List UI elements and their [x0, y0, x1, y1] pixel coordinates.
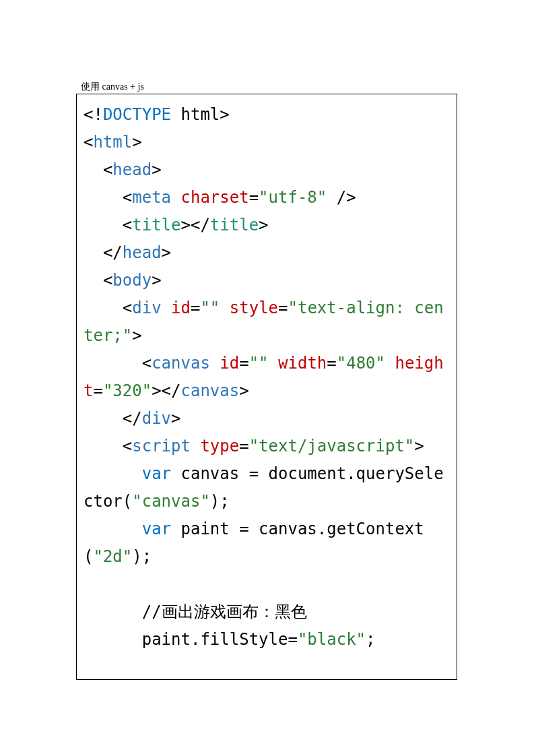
code-line: <div id="" style="text-align: center;"> — [84, 294, 450, 350]
code-line: <body> — [84, 267, 450, 294]
code-line: var canvas = document.querySelector("can… — [84, 460, 450, 515]
code-line: <canvas id="" width="480" height="320"><… — [84, 350, 450, 405]
code-line: <html> — [84, 129, 450, 156]
code-block: <!DOCTYPE html><html> <head> <meta chars… — [76, 94, 457, 680]
code-line: <!DOCTYPE html> — [84, 101, 450, 129]
code-line: <title></title> — [84, 212, 450, 239]
code-line: <meta charset="utf-8" /> — [84, 184, 450, 212]
document-page: 使用 canvas + js <!DOCTYPE html><html> <he… — [0, 0, 534, 756]
code-line: var paint = canvas.getContext("2d"); — [84, 515, 450, 571]
code-line — [84, 571, 450, 598]
code-line: </div> — [84, 405, 450, 433]
code-line: //画出游戏画布：黑色 — [84, 598, 450, 626]
code-line: paint.fillStyle="black"; — [84, 626, 450, 654]
code-line: <script type="text/javascript"> — [84, 433, 450, 460]
code-caption: 使用 canvas + js — [81, 81, 144, 93]
code-line: <head> — [84, 156, 450, 184]
code-line: </head> — [84, 239, 450, 267]
